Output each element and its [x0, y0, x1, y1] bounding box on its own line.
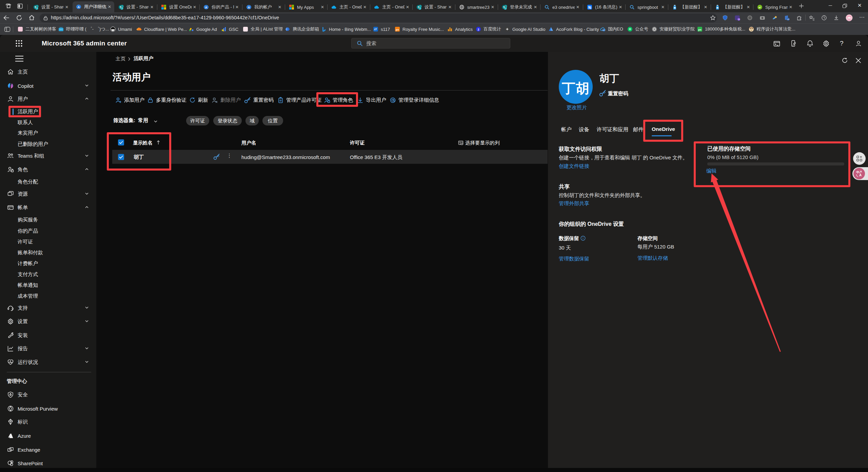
svg-text:知: 知	[588, 5, 591, 9]
svg-text:2: 2	[477, 28, 479, 31]
svg-text:13: 13	[738, 18, 740, 20]
svg-text:S: S	[503, 5, 505, 9]
svg-text:A: A	[859, 173, 862, 177]
svg-text:A: A	[205, 6, 208, 9]
svg-text:20: 20	[787, 18, 789, 20]
svg-text:A: A	[78, 5, 80, 9]
svg-text:S: S	[418, 5, 420, 9]
svg-text:S: S	[35, 5, 37, 9]
svg-text:S: S	[120, 5, 122, 9]
svg-text:EO: EO	[603, 29, 606, 31]
svg-text:px: px	[396, 28, 399, 31]
svg-text:A: A	[248, 6, 250, 9]
svg-text:px: px	[698, 28, 702, 31]
